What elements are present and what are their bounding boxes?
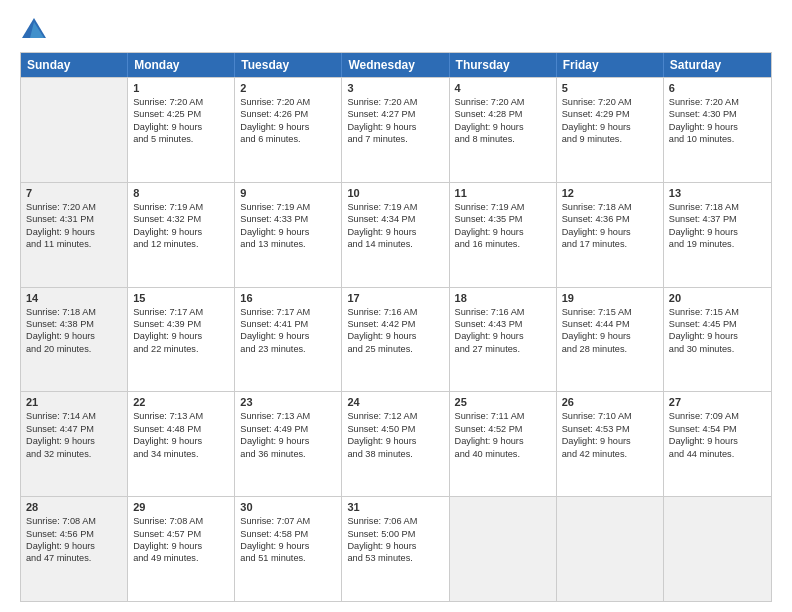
- cell-line: Daylight: 9 hours: [562, 330, 658, 342]
- week-row-0: 1Sunrise: 7:20 AMSunset: 4:25 PMDaylight…: [21, 77, 771, 182]
- cal-cell-1-0: 7Sunrise: 7:20 AMSunset: 4:31 PMDaylight…: [21, 183, 128, 287]
- day-number: 19: [562, 292, 658, 304]
- header-day-thursday: Thursday: [450, 53, 557, 77]
- header-day-wednesday: Wednesday: [342, 53, 449, 77]
- header-day-monday: Monday: [128, 53, 235, 77]
- cal-cell-0-0: [21, 78, 128, 182]
- cell-line: Sunset: 4:29 PM: [562, 108, 658, 120]
- cell-line: Sunrise: 7:20 AM: [669, 96, 766, 108]
- cell-line: and 22 minutes.: [133, 343, 229, 355]
- cal-cell-1-2: 9Sunrise: 7:19 AMSunset: 4:33 PMDaylight…: [235, 183, 342, 287]
- cal-cell-4-3: 31Sunrise: 7:06 AMSunset: 5:00 PMDayligh…: [342, 497, 449, 601]
- cell-line: Sunrise: 7:13 AM: [240, 410, 336, 422]
- day-number: 28: [26, 501, 122, 513]
- cell-line: Sunrise: 7:19 AM: [455, 201, 551, 213]
- cell-line: Sunset: 4:45 PM: [669, 318, 766, 330]
- cell-line: Sunrise: 7:18 AM: [562, 201, 658, 213]
- cal-cell-4-1: 29Sunrise: 7:08 AMSunset: 4:57 PMDayligh…: [128, 497, 235, 601]
- day-number: 25: [455, 396, 551, 408]
- day-number: 8: [133, 187, 229, 199]
- cell-line: Sunset: 4:30 PM: [669, 108, 766, 120]
- cell-line: Sunset: 4:44 PM: [562, 318, 658, 330]
- cal-cell-2-2: 16Sunrise: 7:17 AMSunset: 4:41 PMDayligh…: [235, 288, 342, 392]
- cell-line: Daylight: 9 hours: [347, 540, 443, 552]
- cal-cell-0-3: 3Sunrise: 7:20 AMSunset: 4:27 PMDaylight…: [342, 78, 449, 182]
- day-number: 17: [347, 292, 443, 304]
- cell-line: Sunrise: 7:18 AM: [26, 306, 122, 318]
- day-number: 22: [133, 396, 229, 408]
- cell-line: Sunrise: 7:13 AM: [133, 410, 229, 422]
- cell-line: and 10 minutes.: [669, 133, 766, 145]
- cell-line: Daylight: 9 hours: [133, 121, 229, 133]
- day-number: 18: [455, 292, 551, 304]
- cell-line: and 40 minutes.: [455, 448, 551, 460]
- header-day-friday: Friday: [557, 53, 664, 77]
- cell-line: Sunset: 4:42 PM: [347, 318, 443, 330]
- cell-line: Sunrise: 7:17 AM: [240, 306, 336, 318]
- cell-line: and 49 minutes.: [133, 552, 229, 564]
- cell-line: and 7 minutes.: [347, 133, 443, 145]
- cell-line: Sunset: 4:48 PM: [133, 423, 229, 435]
- day-number: 7: [26, 187, 122, 199]
- cal-cell-3-3: 24Sunrise: 7:12 AMSunset: 4:50 PMDayligh…: [342, 392, 449, 496]
- cell-line: Sunset: 4:49 PM: [240, 423, 336, 435]
- cell-line: and 53 minutes.: [347, 552, 443, 564]
- day-number: 20: [669, 292, 766, 304]
- cell-line: Sunrise: 7:19 AM: [240, 201, 336, 213]
- cal-cell-1-4: 11Sunrise: 7:19 AMSunset: 4:35 PMDayligh…: [450, 183, 557, 287]
- cell-line: and 11 minutes.: [26, 238, 122, 250]
- cell-line: Daylight: 9 hours: [240, 540, 336, 552]
- cell-line: Sunset: 4:58 PM: [240, 528, 336, 540]
- cell-line: Sunset: 4:33 PM: [240, 213, 336, 225]
- cell-line: and 30 minutes.: [669, 343, 766, 355]
- cal-cell-2-1: 15Sunrise: 7:17 AMSunset: 4:39 PMDayligh…: [128, 288, 235, 392]
- day-number: 29: [133, 501, 229, 513]
- cell-line: Sunrise: 7:10 AM: [562, 410, 658, 422]
- cell-line: Daylight: 9 hours: [133, 226, 229, 238]
- cal-cell-2-3: 17Sunrise: 7:16 AMSunset: 4:42 PMDayligh…: [342, 288, 449, 392]
- cell-line: Sunset: 4:36 PM: [562, 213, 658, 225]
- cell-line: and 20 minutes.: [26, 343, 122, 355]
- cell-line: Sunset: 4:39 PM: [133, 318, 229, 330]
- cell-line: Sunrise: 7:11 AM: [455, 410, 551, 422]
- cal-cell-2-5: 19Sunrise: 7:15 AMSunset: 4:44 PMDayligh…: [557, 288, 664, 392]
- week-row-1: 7Sunrise: 7:20 AMSunset: 4:31 PMDaylight…: [21, 182, 771, 287]
- cell-line: and 5 minutes.: [133, 133, 229, 145]
- cell-line: Sunset: 4:50 PM: [347, 423, 443, 435]
- cell-line: and 8 minutes.: [455, 133, 551, 145]
- cell-line: Sunrise: 7:14 AM: [26, 410, 122, 422]
- day-number: 2: [240, 82, 336, 94]
- cell-line: Daylight: 9 hours: [455, 226, 551, 238]
- day-number: 21: [26, 396, 122, 408]
- cal-cell-3-4: 25Sunrise: 7:11 AMSunset: 4:52 PMDayligh…: [450, 392, 557, 496]
- day-number: 16: [240, 292, 336, 304]
- logo: [20, 16, 52, 44]
- cell-line: Sunrise: 7:18 AM: [669, 201, 766, 213]
- cell-line: Sunrise: 7:19 AM: [133, 201, 229, 213]
- cell-line: Sunrise: 7:20 AM: [240, 96, 336, 108]
- cal-cell-0-2: 2Sunrise: 7:20 AMSunset: 4:26 PMDaylight…: [235, 78, 342, 182]
- cell-line: Sunset: 4:32 PM: [133, 213, 229, 225]
- cell-line: Sunrise: 7:16 AM: [347, 306, 443, 318]
- day-number: 27: [669, 396, 766, 408]
- cal-cell-2-0: 14Sunrise: 7:18 AMSunset: 4:38 PMDayligh…: [21, 288, 128, 392]
- cell-line: and 34 minutes.: [133, 448, 229, 460]
- cell-line: Sunset: 4:47 PM: [26, 423, 122, 435]
- cell-line: Sunrise: 7:17 AM: [133, 306, 229, 318]
- cal-cell-0-5: 5Sunrise: 7:20 AMSunset: 4:29 PMDaylight…: [557, 78, 664, 182]
- cell-line: Daylight: 9 hours: [347, 435, 443, 447]
- cal-cell-0-4: 4Sunrise: 7:20 AMSunset: 4:28 PMDaylight…: [450, 78, 557, 182]
- cell-line: and 23 minutes.: [240, 343, 336, 355]
- day-number: 26: [562, 396, 658, 408]
- cell-line: Daylight: 9 hours: [669, 330, 766, 342]
- cell-line: Sunset: 4:25 PM: [133, 108, 229, 120]
- day-number: 4: [455, 82, 551, 94]
- day-number: 31: [347, 501, 443, 513]
- cell-line: Sunset: 4:37 PM: [669, 213, 766, 225]
- cell-line: Sunset: 4:38 PM: [26, 318, 122, 330]
- header-day-tuesday: Tuesday: [235, 53, 342, 77]
- cell-line: Sunrise: 7:20 AM: [133, 96, 229, 108]
- cell-line: and 44 minutes.: [669, 448, 766, 460]
- cell-line: Sunset: 4:43 PM: [455, 318, 551, 330]
- day-number: 9: [240, 187, 336, 199]
